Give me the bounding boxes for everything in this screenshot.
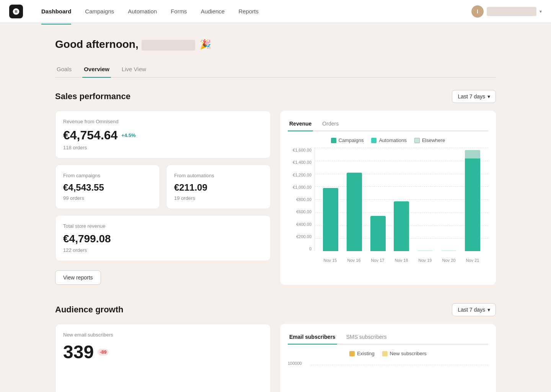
page-tabs: Goals Overview Live View (55, 63, 496, 78)
legend-elsewhere-label: Elsewhere (422, 137, 445, 143)
audience-chart-tabs: Email subscribers SMS subscribers (288, 332, 488, 345)
campaigns-card: From campaigns €4,543.55 99 orders (55, 165, 160, 209)
bar-nov17 (370, 216, 386, 251)
sales-title: Sales performance (55, 91, 130, 101)
bar-nov21-stack (465, 150, 480, 251)
store-value: €4,799.08 (63, 233, 263, 245)
audience-tab-sms[interactable]: SMS subscribers (345, 332, 388, 345)
tab-overview[interactable]: Overview (82, 63, 111, 78)
revenue-orders: 118 orders (63, 145, 263, 150)
nav-automation[interactable]: Automation (122, 5, 163, 18)
greeting-text: Good afternoon, (55, 38, 195, 51)
nav-forms[interactable]: Forms (165, 5, 193, 18)
user-name-placeholder (487, 7, 536, 16)
x-axis-labels: Nov 15 Nov 16 Nov 17 Nov 18 Nov 19 Nov 2… (315, 258, 488, 263)
chart-tabs: Revenue Orders (288, 118, 488, 131)
campaigns-automations-row: From campaigns €4,543.55 99 orders From … (55, 165, 271, 209)
nav-reports[interactable]: Reports (232, 5, 265, 18)
nav-audience[interactable]: Audience (195, 5, 231, 18)
y-label-1000: €1,000.00 (288, 185, 315, 189)
bar-nov20-main (441, 250, 456, 251)
bar-nov19-main (417, 250, 433, 251)
sales-dropdown-label: Last 7 days (458, 93, 485, 100)
view-reports-button[interactable]: View reports (55, 270, 101, 285)
revenue-value: €4,754.64 (63, 128, 117, 142)
new-subscribers-badge: -89 (98, 349, 109, 356)
logo[interactable] (9, 5, 23, 18)
nav-dashboard[interactable]: Dashboard (35, 5, 77, 18)
legend-new-subscribers-dot (382, 351, 388, 356)
y-axis-labels: €1,600.00 €1,400.00 €1,200.00 €1,000.00 … (288, 148, 315, 251)
legend-campaigns: Campaigns (331, 137, 364, 143)
revenue-omnisend-card: Revenue from Omnisend €4,754.64 +4.5% 11… (55, 111, 271, 158)
sales-date-dropdown[interactable]: Last 7 days ▾ (452, 90, 496, 103)
nav-campaigns[interactable]: Campaigns (79, 5, 120, 18)
x-label-nov19: Nov 19 (419, 258, 432, 263)
audience-date-dropdown[interactable]: Last 7 days ▾ (452, 303, 496, 316)
revenue-value-row: €4,754.64 +4.5% (63, 128, 263, 142)
new-subscribers-value-row: 339 -89 (63, 341, 263, 363)
audience-section: Audience growth Last 7 days ▾ New email … (55, 303, 496, 392)
sales-stats-col: Revenue from Omnisend €4,754.64 +4.5% 11… (55, 111, 271, 285)
x-label-nov17: Nov 17 (371, 258, 385, 263)
legend-elsewhere: Elsewhere (414, 137, 445, 143)
chart-tab-revenue[interactable]: Revenue (288, 118, 313, 131)
nav-links: Dashboard Campaigns Automation Forms Aud… (35, 5, 471, 18)
bar-nov15-main (323, 188, 338, 251)
revenue-badge: +4.5% (121, 132, 135, 138)
y-label-200: €200.00 (288, 234, 315, 239)
bar-nov18 (394, 201, 409, 251)
view-reports-section: View reports (55, 267, 271, 285)
y-label-1400: €1,400.00 (288, 160, 315, 165)
audience-chart-area: 100000 (288, 361, 488, 392)
x-label-nov18: Nov 18 (395, 258, 408, 263)
campaigns-orders: 99 orders (63, 195, 152, 201)
bar-nov21 (465, 150, 480, 251)
chart-tab-orders[interactable]: Orders (321, 118, 340, 131)
bar-nov21-elsewhere (465, 150, 480, 158)
avatar[interactable]: I (471, 5, 484, 18)
automations-card: From automations €211.09 19 orders (166, 165, 271, 209)
audience-title: Audience growth (55, 305, 123, 315)
y-label-1200: €1,200.00 (288, 173, 315, 177)
chart-area (315, 148, 488, 251)
bar-nov21-main (465, 158, 480, 251)
store-label: Total store revenue (63, 223, 263, 229)
revenue-omnisend-label: Revenue from Omnisend (63, 119, 263, 124)
revenue-bar-chart: €1,600.00 €1,400.00 €1,200.00 €1,000.00 … (288, 148, 488, 263)
x-label-nov16: Nov 16 (347, 258, 361, 263)
bars-container (315, 148, 488, 251)
audience-cards-row: New email subscribers 339 -89 Email subs… (55, 324, 496, 392)
y-label-600: €600.00 (288, 209, 315, 214)
user-menu-chevron[interactable]: ▾ (540, 9, 542, 14)
legend-automations-label: Automations (379, 137, 406, 143)
audience-tab-email[interactable]: Email subscribers (288, 332, 337, 345)
greeting-prefix: Good afternoon, (55, 38, 139, 50)
bar-nov15 (323, 188, 338, 251)
tab-goals[interactable]: Goals (55, 63, 73, 78)
new-subscribers-card: New email subscribers 339 -89 (55, 324, 271, 392)
greeting-emoji: 🎉 (200, 39, 211, 50)
x-label-nov20: Nov 20 (442, 258, 456, 263)
bar-nov17-main (370, 216, 386, 251)
sales-cards-row: Revenue from Omnisend €4,754.64 +4.5% 11… (55, 111, 496, 285)
audience-y-label: 100000 (288, 361, 302, 366)
audience-chart-legend: Existing New subscribers (288, 351, 488, 356)
greeting-section: Good afternoon, 🎉 (55, 38, 496, 51)
bar-nov20 (441, 250, 456, 251)
tab-live-view[interactable]: Live View (120, 63, 148, 78)
legend-existing: Existing (349, 351, 375, 356)
y-label-0: 0 (288, 247, 315, 251)
legend-existing-dot (349, 351, 355, 356)
chart-legend: Campaigns Automations Elsewhere (288, 137, 488, 143)
legend-automations-dot (371, 138, 377, 143)
bar-nov18-main (394, 201, 409, 251)
legend-new-subscribers: New subscribers (382, 351, 427, 356)
audience-grid-line (311, 365, 488, 365)
bar-nov16-main (347, 173, 362, 251)
bar-nov16 (347, 173, 362, 251)
campaigns-value: €4,543.55 (63, 182, 152, 193)
automations-orders: 19 orders (174, 195, 263, 201)
store-orders: 122 orders (63, 247, 263, 253)
automations-value: €211.09 (174, 182, 263, 193)
